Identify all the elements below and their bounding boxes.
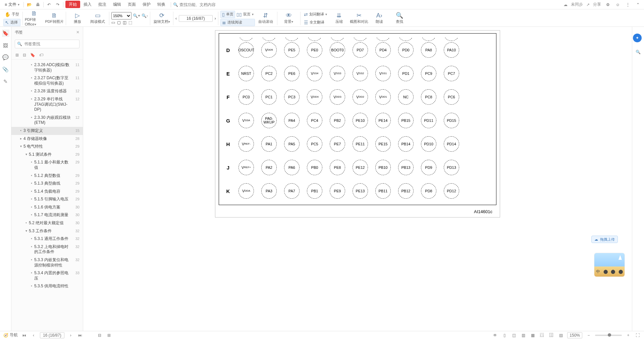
layout3-icon[interactable]: ▥: [520, 332, 526, 338]
layout7-icon[interactable]: ▤: [558, 332, 564, 338]
actual-size-icon[interactable]: ◫: [123, 20, 126, 25]
compress-button[interactable]: ⇊压缩: [330, 11, 348, 26]
layout5-icon[interactable]: ⿴: [539, 332, 545, 338]
double-page[interactable]: ▯▯双页▾: [235, 11, 255, 18]
single-page[interactable]: ▯单页: [220, 11, 235, 18]
bookmark-row[interactable]: ▪2.3.28 温度传感器12: [11, 87, 83, 95]
bookmark-alt-icon[interactable]: 🏷: [39, 53, 43, 57]
bookmark-row[interactable]: ▪5.1.2 典型数值29: [11, 172, 83, 180]
menu-tab-5[interactable]: 保护: [139, 1, 154, 8]
bookmark-row[interactable]: ▪3 引脚定义15: [11, 127, 83, 135]
menu-tab-1[interactable]: 插入: [80, 1, 95, 8]
print-icon[interactable]: 🖶: [35, 1, 41, 8]
document-viewport[interactable]: C DOSCOUTVDD5PE5PE0BOOT0PD7PD4PD0PA8PA10…: [83, 27, 632, 331]
bookmark-row[interactable]: ▪5.3.5 供用电流特性: [11, 282, 83, 290]
redo-icon[interactable]: ↷: [54, 1, 61, 8]
open-icon[interactable]: 📂: [26, 1, 33, 8]
bookmark-row[interactable]: ▪2.3.27 DAC(数字至模拟信号转换器)11: [11, 74, 83, 87]
marquee-minus-icon[interactable]: ⊟: [97, 332, 103, 338]
zoom-out-icon[interactable]: 🔍-: [142, 13, 148, 18]
fit-width-icon[interactable]: ▭: [111, 20, 115, 25]
thumbnails-icon[interactable]: 🖼: [2, 42, 9, 49]
continuous-read[interactable]: ≣连续阅读: [220, 19, 255, 26]
layout1-icon[interactable]: ▯: [501, 332, 507, 338]
page-prev-icon[interactable]: ‹: [175, 16, 177, 21]
more-icon[interactable]: ⋮: [625, 1, 631, 8]
bookmarks-tab-icon[interactable]: 🔖: [2, 30, 9, 37]
fit-page-icon[interactable]: ▢: [117, 20, 121, 25]
dict-translate[interactable]: ⇄划词翻译▾: [303, 11, 328, 18]
bookmark-row[interactable]: ▪5.1.3 典型曲线29: [11, 180, 83, 188]
pdf-to-office[interactable]: 🗎PDF转Office▾: [25, 11, 44, 26]
bookmark-icon[interactable]: 🔖: [30, 53, 35, 57]
comments-icon[interactable]: 💬: [2, 54, 9, 61]
upload-pill[interactable]: ☁ 拖拽上传: [591, 236, 618, 243]
bookmark-row[interactable]: ▪5.3.1 通用工作条件32: [11, 235, 83, 243]
marquee-plus-icon[interactable]: ⊞: [106, 332, 112, 338]
full-translate[interactable]: ☰全文翻译: [303, 19, 328, 26]
bookmark-row[interactable]: ▪5.3.3 内嵌复位和电源控制模块特性32: [11, 256, 83, 269]
collapse-all-icon[interactable]: ⊟: [23, 53, 26, 57]
menu-tab-0[interactable]: 开始: [65, 1, 80, 8]
bookmark-row[interactable]: ▪2.3.30 内嵌跟踪模块(ETM)12: [11, 114, 83, 127]
menu-tab-4[interactable]: 页面: [124, 1, 139, 8]
zoom-minus-icon[interactable]: −: [586, 332, 592, 338]
select-tool[interactable]: ↖选择: [3, 19, 20, 26]
close-icon[interactable]: ✕: [76, 30, 79, 35]
bookmarks-search[interactable]: 🔍: [15, 40, 79, 48]
eye-icon[interactable]: 👁: [492, 332, 498, 338]
expand-all-icon[interactable]: ⊞: [15, 53, 19, 57]
bookmark-row[interactable]: ▪5.3.2 上电和掉电时的工作条件32: [11, 243, 83, 256]
crop-compare[interactable]: ✂截图和对比: [350, 11, 369, 26]
first-page-icon[interactable]: ⏮: [21, 332, 27, 338]
bookmark-row[interactable]: ▪5.2 绝对最大额定值30: [11, 219, 83, 227]
bookmark-row[interactable]: ▪5.1.5 引脚输入电压29: [11, 195, 83, 203]
page-next-icon[interactable]: ›: [215, 16, 216, 21]
layout6-icon[interactable]: ⿲: [548, 332, 554, 338]
bookmarks-tree[interactable]: ▪2.3.26 ADC(模拟/数字转换器)11▪2.3.27 DAC(数字至模拟…: [11, 60, 83, 331]
bookmark-row[interactable]: ▾5.3 工作条件32: [11, 227, 83, 235]
bookmark-row[interactable]: ▪5.1.1 最小和最大数值29: [11, 158, 83, 172]
search-input[interactable]: [179, 2, 233, 7]
bookmark-row[interactable]: ▪2.3.26 ADC(模拟/数字转换器)11: [11, 61, 83, 74]
read-aloud[interactable]: A›朗读: [370, 11, 389, 26]
page-indicator[interactable]: 16 (16/87): [179, 15, 213, 22]
bookmarks-search-input[interactable]: [24, 42, 77, 46]
play-button[interactable]: ▷播放: [68, 11, 87, 26]
smile-icon[interactable]: ☺: [614, 1, 621, 8]
bookmark-row[interactable]: ▪5.1.6 供电方案30: [11, 203, 83, 211]
zoom-slider[interactable]: [595, 335, 622, 336]
layout4-icon[interactable]: ▦: [530, 332, 536, 338]
bookmark-row[interactable]: ▸4 存储器映像28: [11, 135, 83, 143]
fullscreen-icon[interactable]: ⛶: [635, 332, 641, 338]
status-zoom[interactable]: 150%: [567, 332, 582, 338]
rotate-button[interactable]: ⟳旋转文档▾: [152, 11, 171, 26]
undo-icon[interactable]: ↶: [46, 1, 52, 8]
zoom-select[interactable]: 150%: [111, 12, 131, 19]
pdf-to-image[interactable]: 🗎PDF转图片: [45, 11, 64, 26]
nav-icon[interactable]: 🧭: [3, 333, 8, 338]
read-mode[interactable]: ▭阅读模式: [88, 11, 107, 26]
menu-tab-2[interactable]: 批注: [95, 1, 110, 8]
search-tool-icon[interactable]: 🔍: [636, 50, 641, 54]
gear-icon[interactable]: ⚙: [604, 1, 611, 8]
prev-page-icon[interactable]: ‹: [31, 332, 37, 338]
bookmark-row[interactable]: ▪5.1.7 电流消耗测量30: [11, 211, 83, 219]
global-search[interactable]: 🔍: [173, 2, 233, 7]
background[interactable]: 👁背景▾: [279, 11, 298, 26]
bookmark-row[interactable]: ▪2.3.29 串行单线JTAG调试口(SWJ-DP)12: [11, 95, 83, 114]
share-icon[interactable]: ↗: [586, 2, 590, 7]
ai-badge-icon[interactable]: ✦: [633, 34, 642, 42]
edit-icon[interactable]: ✎: [2, 78, 9, 85]
file-menu[interactable]: ≡ 文件 ▾: [3, 1, 21, 8]
collapse-icon[interactable]: ⌃: [635, 1, 641, 8]
bookmark-row[interactable]: ▪5.1.4 负载电容29: [11, 188, 83, 196]
bookmark-row[interactable]: ▾5.1 测试条件29: [11, 151, 83, 159]
fit-visible-icon[interactable]: ⬚: [128, 20, 132, 25]
bookmark-row[interactable]: ▪5.3.4 内置的参照电压33: [11, 269, 83, 282]
status-page-box[interactable]: 16 (16/87): [40, 332, 64, 338]
find-button[interactable]: 🔍查找: [390, 11, 409, 26]
menu-tab-3[interactable]: 编辑: [110, 1, 124, 8]
zoom-plus-icon[interactable]: ＋: [625, 332, 631, 338]
bookmark-row[interactable]: ▾5 电气特性29: [11, 143, 83, 151]
